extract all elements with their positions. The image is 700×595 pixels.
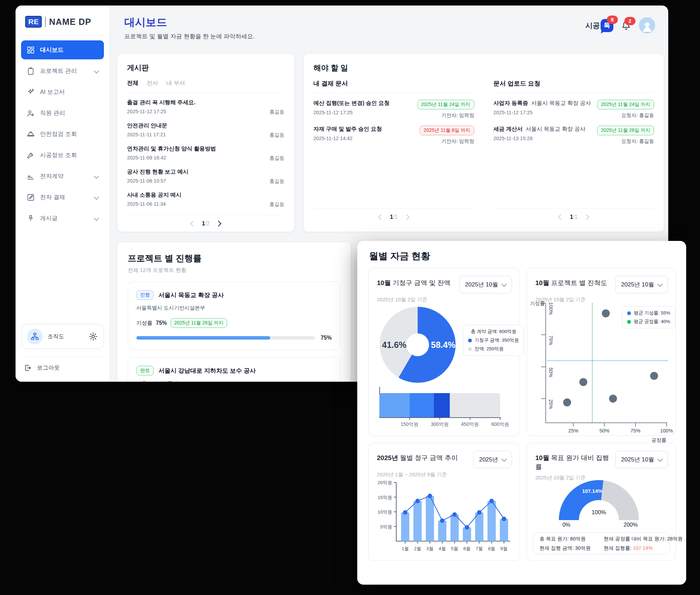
sidebar-item-9[interactable]: 게시글	[21, 209, 104, 228]
legend-row: 잔액: 250억원	[468, 346, 519, 352]
todo-title: 해야 할 일	[313, 63, 654, 73]
sidebar-divider	[16, 35, 109, 36]
board-post[interactable]: 출결 관리 꼭 시행해 주세요.2025-11-12 17:25홍길동	[127, 99, 284, 115]
bars-year-dropdown[interactable]: 2025년	[473, 451, 512, 468]
svg-text:3월: 3월	[426, 546, 434, 551]
project-card[interactable]: 완료서울시 강남대로 지하차도 보수 공사서울도시개발공사	[128, 357, 340, 382]
svg-text:9월: 9월	[500, 546, 508, 551]
board-tab-3[interactable]: 내 부서	[166, 79, 185, 87]
post-author: 홍길동	[270, 178, 285, 185]
sidebar-item-3[interactable]: AI 보고서	[21, 82, 104, 101]
chevron-down-icon	[658, 281, 663, 287]
pagination-next-icon[interactable]	[216, 221, 222, 227]
post-author: 홍길동	[270, 132, 285, 138]
svg-text:15억원: 15억원	[378, 495, 392, 500]
todo-item-date: 2025-11-12 17:25	[313, 110, 389, 115]
todo-section-title: 문서 업로드 요청	[494, 79, 654, 88]
sidebar-item-5[interactable]: 안전점검 조회	[21, 125, 104, 144]
chevron-down-icon	[94, 68, 99, 74]
chevron-down-icon	[94, 174, 99, 179]
due-badge: 2025년 11월 26일 까지	[171, 318, 227, 328]
board-post[interactable]: 연차관리 및 휴가신청 양식 활용방법2025-11-09 16:42홍길동	[127, 145, 284, 162]
project-header: 완료서울시 강남대로 지하차도 보수 공사	[136, 366, 332, 375]
todo-item-meta: 기안자: 임꺽정	[417, 112, 474, 119]
sidebar-item-label: 대시보드	[40, 46, 64, 54]
chat-badge: 8	[607, 16, 618, 24]
sidebar-item-label: 프로젝트 관리	[40, 67, 77, 75]
edit-square-icon	[27, 193, 35, 202]
todo-pagination: 1/1	[313, 208, 474, 220]
logout-icon	[24, 364, 32, 372]
sidebar-item-8[interactable]: 전자 결재	[21, 188, 104, 207]
post-meta: 2025-11-09 16:42홍길동	[127, 155, 284, 162]
donut-month-dropdown[interactable]: 2025년 10월	[459, 276, 512, 293]
project-list: 진행서울시 목동교 확장 공사서울특별시 도시기반시설본부기성률75%2025년…	[128, 282, 340, 382]
chat-bubble-icon: 톡 8	[601, 19, 613, 32]
pagination-prev-icon[interactable]	[378, 214, 384, 220]
post-title: 연차관리 및 휴가신청 양식 활용방법	[127, 145, 284, 153]
org-chart-button[interactable]: 조직도	[21, 324, 104, 349]
project-name: 서울시 강남대로 지하차도 보수 공사	[158, 367, 256, 375]
todo-item[interactable]: 자재 구매 및 발주 승인 요청2025-11-12 14:422025년 11…	[313, 126, 474, 145]
clipboard-icon	[27, 67, 35, 75]
logo-text: NAME DP	[49, 17, 91, 27]
board-card: 게시판 전체전사내 부서 출결 관리 꼭 시행해 주세요.2025-11-12 …	[117, 53, 294, 232]
todo-item-right: 2025년 11월 24일 까지요청자: 홍길동	[597, 100, 654, 119]
todo-card: 해야 할 일 내 결재 문서예산 집행(또는 변경) 승인 요청2025-11-…	[303, 53, 664, 232]
todo-item-title: 세금 계산서 서울시 목동교 확장 공사	[494, 126, 586, 133]
chat-button[interactable]: 시공 톡 8	[585, 19, 613, 32]
pagination-next-icon[interactable]	[404, 214, 409, 220]
board-post[interactable]: 사내 소통용 공지 예시2025-11-06 11:34홍길동	[127, 192, 284, 208]
org-chart-icon	[27, 329, 43, 344]
donut-legend: 총 계약 금액: 600억원기청구 금액: 350억원잔액: 250억원	[463, 325, 524, 356]
bar-chart-svg: 20억원 15억원 10억원 5억원1월2월3월4월5월6월7월8월9월	[375, 477, 513, 556]
scatter-legend: 평균 기성률: 55%평균 공정률: 40%	[622, 306, 675, 329]
scatter-point	[602, 309, 610, 317]
sidebar-item-2[interactable]: 프로젝트 관리	[21, 61, 104, 80]
stackbar	[379, 393, 500, 417]
avatar[interactable]	[639, 17, 655, 33]
todo-item[interactable]: 사업자 등록증 서울시 목동교 확장 공사2025-11-12 17:25202…	[494, 100, 654, 119]
stackbar-tick-label: 300억원	[431, 421, 448, 428]
project-card[interactable]: 진행서울시 목동교 확장 공사서울특별시 도시기반시설본부기성률75%2025년…	[128, 282, 340, 350]
todo-item-left: 사업자 등록증 서울시 목동교 확장 공사2025-11-12 17:25	[494, 100, 591, 119]
y-tick-label: 75%	[548, 335, 554, 345]
sidebar-item-6[interactable]: 시공정보 조회	[21, 146, 104, 165]
board-tab-1[interactable]: 전체	[127, 79, 138, 87]
board-post[interactable]: 안전관리 안내문2025-11-11 17:21홍길동	[127, 122, 284, 138]
user-gear-icon	[27, 109, 35, 117]
todo-item-title: 사업자 등록증 서울시 목동교 확장 공사	[494, 100, 591, 107]
post-meta: 2025-11-08 10:57홍길동	[127, 178, 284, 185]
scatter-point	[563, 399, 571, 407]
post-title: 사내 소통용 공지 예시	[127, 192, 284, 199]
sidebar-item-7[interactable]: 전자계약	[21, 167, 104, 186]
logout-button[interactable]: 로그아웃	[21, 364, 104, 372]
gauge-stat: 현재 집행률: 107.14%	[604, 545, 653, 552]
pagination-prev-icon[interactable]	[558, 214, 564, 220]
gauge-month-dropdown[interactable]: 2025년 10월	[615, 451, 668, 468]
y-tick-label: 50%	[548, 368, 554, 377]
todo-item-left: 세금 계산서 서울시 목동교 확장 공사2025-11-13 15:28	[494, 126, 586, 145]
todo-pagination-label: 1/1	[390, 214, 398, 220]
board-post-list: 출결 관리 꼭 시행해 주세요.2025-11-12 17:25홍길동안전관리 …	[127, 99, 284, 208]
sidebar-item-1[interactable]: 대시보드	[21, 40, 104, 59]
funds-title: 월별 자금 현황	[369, 250, 430, 262]
board-post[interactable]: 공사 진행 현황 보고 예시2025-11-08 10:57홍길동	[127, 168, 284, 185]
sidebar-item-4[interactable]: 직원 관리	[21, 104, 104, 123]
board-tab-2[interactable]: 전사	[147, 79, 158, 87]
todo-item[interactable]: 세금 계산서 서울시 목동교 확장 공사2025-11-13 15:282025…	[494, 126, 654, 145]
pagination-next-icon[interactable]	[584, 214, 590, 220]
todo-item[interactable]: 예산 집행(또는 변경) 승인 요청2025-11-12 17:252025년 …	[313, 100, 474, 119]
scatter-month-dropdown[interactable]: 2025년 10월	[615, 276, 668, 293]
todo-item-title: 자재 구매 및 발주 승인 요청	[313, 126, 382, 133]
legend-text: 평균 공정률: 40%	[634, 319, 670, 325]
settings-gear-icon[interactable]	[88, 332, 98, 341]
todo-section-divider	[313, 92, 474, 93]
header-icons: 시공 톡 8 2	[585, 17, 655, 33]
logout-label: 로그아웃	[37, 364, 60, 372]
sidebar-menu: 대시보드프로젝트 관리AI 보고서직원 관리안전점검 조회시공정보 조회전자계약…	[16, 40, 109, 228]
pagination-prev-icon[interactable]	[190, 221, 196, 227]
legend-dot	[468, 347, 472, 351]
notification-bell-icon[interactable]: 2	[620, 20, 632, 31]
project-agency: 서울도시개발공사	[136, 380, 332, 382]
